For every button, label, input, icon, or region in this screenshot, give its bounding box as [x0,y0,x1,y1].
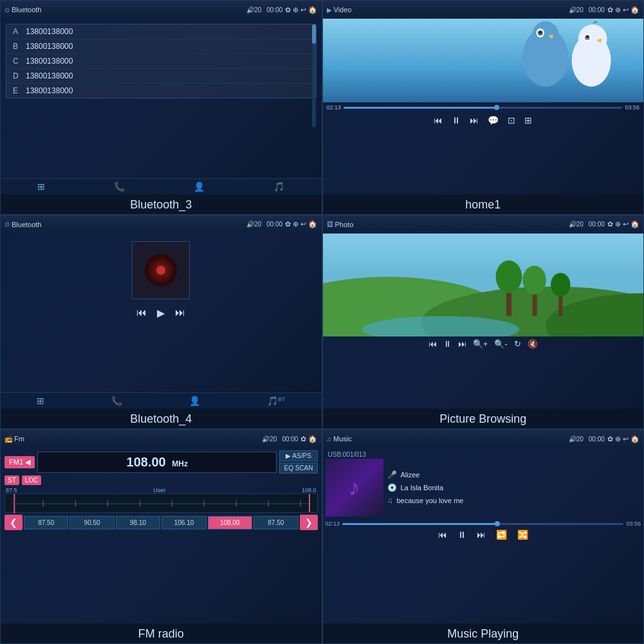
fm-preset-row: ❮ 87.50 90.50 98.10 106.10 108.00 87.50 … [5,515,318,530]
topbar-bt4-title: Bluetooth [12,221,41,228]
fm-st-button[interactable]: ST [5,475,19,485]
music-content: USB:001/013 ♪ 🎤 Alizee 💿 La Isla Bonita [323,448,644,623]
caption-photo: Picture Browsing [323,409,644,428]
music-shuffle-button[interactable]: 🔀 [517,529,528,540]
video-controls: ⏮ ⏸ ⏭ 💬 ⊡ ⊞ [323,113,644,128]
music-pause-button[interactable]: ⏸ [457,529,466,540]
svg-point-16 [495,261,522,293]
fm-scale-bar[interactable] [5,493,318,513]
photo-sound-button[interactable]: 🔇 [528,339,538,349]
video-prev-button[interactable]: ⏮ [434,115,443,125]
fm-content: FM1 ◀ 108.00 MHz ▶ AS/PS EQ SCAN ST LOC … [1,448,322,623]
music-info-row: ♪ 🎤 Alizee 💿 La Isla Bonita ♫ [326,459,641,517]
video-mirror-button[interactable]: ⊞ [524,115,532,125]
fm1-button[interactable]: FM1 ◀ [5,456,35,468]
bt4-play-button[interactable]: ▶ [157,307,165,319]
bt3-btn-call[interactable]: 📞 [114,181,125,192]
fm-scale-min: 87.5 [6,487,17,493]
topbar-fm-time: 00:00 [282,436,298,443]
fm-eq-button[interactable]: EQ SCAN [279,463,317,474]
music-controls: ⏮ ⏸ ⏭ 🔁 🔀 [326,528,641,541]
video-time-end: 03:56 [625,104,639,111]
music-usb-label: USB:001/013 [326,450,641,459]
music-next-button[interactable]: ⏭ [477,529,486,540]
video-subtitle-button[interactable]: 💬 [488,115,499,125]
contact-letter-a: A [13,27,26,36]
bt4-prev-button[interactable]: ⏮ [136,307,147,318]
topbar-bt3-actions: ✿ ⊕ ↩ 🏠 [285,6,317,14]
bt4-btn-call[interactable]: 📞 [111,396,122,406]
contact-number-e: 13800138000 [26,86,73,95]
video-progress-bar[interactable] [344,107,622,109]
bt4-content: ⏮ ▶ ⏭ [1,234,322,393]
topbar-bt4: ⊙ Bluetooth 🔊20 00:00 ✿ ⊕ ↩ 🏠 [1,216,322,234]
contact-number-d: 13800138000 [26,71,73,80]
bt4-btn-contacts[interactable]: 👤 [189,396,200,406]
contact-row-d[interactable]: D 13800138000 [6,69,316,84]
video-progress-dot [494,105,499,110]
music-prev-button[interactable]: ⏮ [438,529,447,540]
main-grid: ⊙ Bluetooth 🔊20 00:00 ✿ ⊕ ↩ 🏠 A 13800138… [0,0,644,644]
photo-rotate-button[interactable]: ↻ [514,339,521,349]
topbar-bt3-time: 00:00 [266,6,282,14]
topbar-home1-title: Video [334,6,352,14]
panel-bluetooth3: ⊙ Bluetooth 🔊20 00:00 ✿ ⊕ ↩ 🏠 A 13800138… [0,0,322,215]
fm-preset-2[interactable]: 90.50 [69,516,114,529]
music-track-3[interactable]: ♫ because you love me [387,496,641,505]
bt4-btn-grid[interactable]: ⊞ [37,396,44,406]
fm-prev-button[interactable]: ❮ [5,515,23,530]
photo-next-button[interactable]: ⏭ [458,339,466,349]
bt3-btn-grid[interactable]: ⊞ [37,181,45,192]
fm-asps-button[interactable]: ▶ AS/PS [279,450,317,461]
svg-point-10 [585,35,588,38]
topbar-fm-title: Fm [14,435,24,443]
track2-icon: 💿 [387,483,397,492]
topbar-music: ♫ Music 🔊20 00:00 ✿ ⊕ ↩ 🏠 [323,430,644,448]
video-next-button[interactable]: ⏭ [470,115,479,125]
photo-pause-button[interactable]: ⏸ [443,339,452,349]
svg-point-18 [522,266,546,295]
topbar-music-vol: 🔊20 [569,436,584,443]
bt3-btn-music[interactable]: 🎵 [273,181,284,192]
contact-row-c[interactable]: C 13800138000 [6,54,316,69]
fm-next-button[interactable]: ❯ [300,515,318,530]
music-progress-fill [342,523,497,525]
fm-preset-6[interactable]: 87.50 [253,516,298,529]
video-aspect-button[interactable]: ⊡ [508,115,515,125]
fm-preset-5[interactable]: 108.00 [208,516,252,529]
fm-preset-1[interactable]: 87.50 [24,516,68,529]
bt4-album-art [132,241,190,299]
bt3-scrollbar[interactable] [312,24,316,127]
contact-number-c: 13800138000 [26,57,73,66]
topbar-bt4-vol: 🔊20 [246,221,261,228]
music-progress-bar[interactable] [342,523,623,525]
contact-row-e[interactable]: E 13800138000 [6,84,316,98]
topbar-fm-vol: 🔊20 [262,436,277,443]
panel-bluetooth4: ⊙ Bluetooth 🔊20 00:00 ✿ ⊕ ↩ 🏠 ⏮ ▶ ⏭ [0,215,322,430]
music-progress-dot [495,521,500,526]
video-pause-button[interactable]: ⏸ [452,115,461,125]
music-track-2[interactable]: 💿 La Isla Bonita [387,483,641,492]
fm-scale-user: User [153,487,165,493]
contact-row-b[interactable]: B 13800138000 [6,39,316,54]
topbar-home1-actions: ✿ ⊕ ↩ 🏠 [607,6,639,14]
music-repeat-button[interactable]: 🔁 [496,529,507,540]
bt-icon: ⊙ [5,6,10,14]
fm-row2: ST LOC [5,475,318,485]
fm-main: FM1 ◀ 108.00 MHz ▶ AS/PS EQ SCAN ST LOC … [1,448,322,533]
bt4-btn-music[interactable]: 🎵ᴮᵀ [267,396,285,406]
photo-zoom-out-button[interactable]: 🔍- [494,339,507,349]
topbar-photo: 🖼 Photo 🔊20 00:00 ✿ ⊕ ↩ 🏠 [323,216,644,234]
photo-prev-button[interactable]: ⏮ [428,339,437,349]
bt3-content: A 13800138000 B 13800138000 C 1380013800… [1,19,322,178]
bt3-btn-contacts[interactable]: 👤 [194,181,205,192]
music-track-1[interactable]: 🎤 Alizee [387,470,641,479]
caption-bt3: Bluetooth_3 [1,194,322,214]
fm-preset-4[interactable]: 106.10 [161,516,206,529]
svg-point-5 [538,31,541,33]
fm-loc-button[interactable]: LOC [22,475,42,485]
fm-preset-3[interactable]: 98.10 [116,516,160,529]
contact-row-a[interactable]: A 13800138000 [6,24,316,39]
photo-zoom-in-button[interactable]: 🔍+ [473,339,488,349]
bt4-next-button[interactable]: ⏭ [175,307,185,318]
